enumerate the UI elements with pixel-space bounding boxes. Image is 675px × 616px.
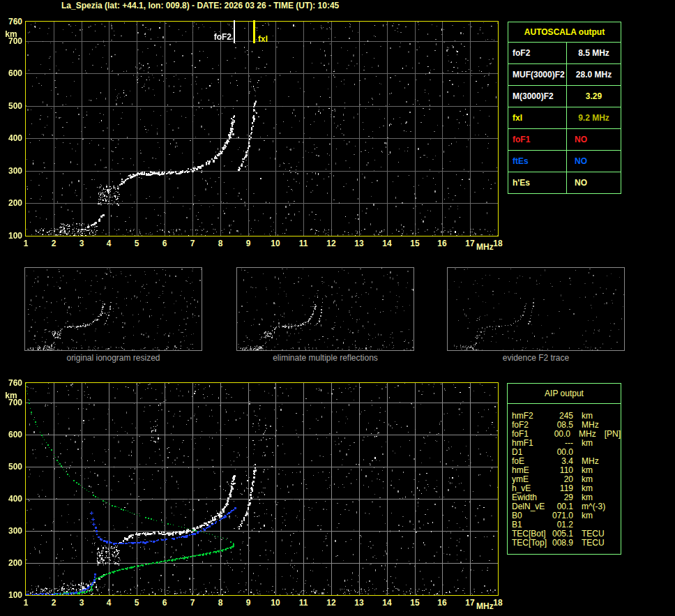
y-tick-label: 300 xyxy=(0,527,22,535)
y-axis-unit-label: km xyxy=(3,391,20,400)
y-axis-unit-label: km xyxy=(3,30,20,38)
aip-row: TEC[Top]008.9TECU xyxy=(512,539,621,548)
aip-table-rows: hmF2245kmfoF208.5MHzfoF100.0MHz[PN]hmF1-… xyxy=(508,404,621,554)
thumbnail-caption-original: original ionogram resized xyxy=(24,353,202,363)
y-tick-label: 760 xyxy=(0,17,22,26)
aip-row-label: TEC[Top] xyxy=(512,539,548,548)
x-tick-label: 10 xyxy=(267,239,284,248)
y-tick-label: 500 xyxy=(0,102,22,110)
x-tick-label: 9 xyxy=(240,239,257,248)
autoscala-row-value: NO xyxy=(567,129,621,150)
autoscala-row: h'EsNO xyxy=(508,172,621,193)
autoscala-row-value: 28.0 MHz xyxy=(567,64,621,85)
x-tick-label: 2 xyxy=(45,599,62,607)
top-ionogram-canvas xyxy=(26,22,498,236)
autoscala-row-label: h'Es xyxy=(508,172,567,193)
x-tick-label: 11 xyxy=(295,239,312,248)
autoscala-row-value: 9.2 MHz xyxy=(567,107,621,128)
x-tick-label: 14 xyxy=(379,599,395,607)
autoscala-row: MUF(3000)F228.0 MHz xyxy=(508,64,621,86)
x-tick-label: 16 xyxy=(434,239,450,248)
autoscala-row-label: foF1 xyxy=(508,129,567,150)
x-tick-label: 6 xyxy=(156,599,173,607)
x-tick-label: 8 xyxy=(212,599,229,607)
thumbnail-eliminate-canvas xyxy=(237,268,414,350)
fxI-marker-line xyxy=(253,20,255,43)
aip-output-table: AIP output hmF2245kmfoF208.5MHzfoF100.0M… xyxy=(507,383,621,555)
thumbnail-evidence-canvas xyxy=(448,268,624,350)
y-tick-label: 760 xyxy=(0,379,22,387)
aip-row-unit: km xyxy=(582,511,593,520)
autoscala-row-value: 3.29 xyxy=(567,86,621,107)
foF2-marker-line xyxy=(234,20,235,43)
y-tick-label: 600 xyxy=(0,430,22,439)
autoscala-output-table: AUTOSCALA output foF28.5 MHzMUF(3000)F22… xyxy=(508,22,621,194)
x-tick-label: 3 xyxy=(73,599,90,607)
x-tick-label: 14 xyxy=(379,239,395,248)
y-tick-label: 400 xyxy=(0,134,22,142)
autoscala-row: M(3000)F23.29 xyxy=(508,86,621,107)
autoscala-table-rows: foF28.5 MHzMUF(3000)F228.0 MHzM(3000)F23… xyxy=(508,43,621,193)
x-tick-label: 8 xyxy=(212,239,229,248)
x-tick-label: 13 xyxy=(351,239,367,248)
page-title: La_Spezia (lat: +44.1, lon: 009.8) - DAT… xyxy=(61,1,339,10)
thumbnail-original-canvas xyxy=(25,268,202,350)
autoscala-row: ftEsNO xyxy=(508,151,621,172)
autoscala-row-value: NO xyxy=(567,151,621,172)
x-tick-label: 4 xyxy=(100,599,117,607)
x-tick-label: 1 xyxy=(17,239,34,248)
x-tick-label: 15 xyxy=(407,599,423,607)
autoscala-row-label: fxI xyxy=(508,107,567,128)
y-tick-label: 200 xyxy=(0,559,22,567)
x-tick-label: 15 xyxy=(407,239,423,248)
x-tick-label: 2 xyxy=(45,239,62,248)
autoscala-row: foF28.5 MHz xyxy=(508,43,621,64)
x-tick-label: 1 xyxy=(17,599,34,607)
y-tick-label: 500 xyxy=(0,463,22,471)
x-axis-unit-label: MHz xyxy=(476,602,494,610)
autoscala-row-label: MUF(3000)F2 xyxy=(508,64,567,85)
autoscala-row-value: NO xyxy=(567,172,621,193)
thumbnail-original-ionogram xyxy=(24,267,202,351)
profile-ionogram-canvas xyxy=(26,383,498,595)
thumbnail-caption-evidence: evidence F2 trace xyxy=(447,353,625,363)
x-tick-label: 4 xyxy=(100,239,117,248)
x-tick-label: 10 xyxy=(267,599,284,607)
x-tick-label: 7 xyxy=(184,599,201,607)
aip-row-extra: [PN] xyxy=(605,430,621,439)
x-tick-label: 12 xyxy=(323,599,340,607)
aip-table-header: AIP output xyxy=(508,384,621,404)
autoscala-table-header: AUTOSCALA output xyxy=(508,22,621,43)
x-tick-label: 3 xyxy=(73,239,90,248)
autoscala-output-screen: La_Spezia (lat: +44.1, lon: 009.8) - DAT… xyxy=(0,0,675,616)
autoscala-row: foF1NO xyxy=(508,129,621,151)
foF2-marker-label: foF2 xyxy=(197,33,232,41)
x-tick-label: 12 xyxy=(323,239,340,248)
autoscala-row: fxI9.2 MHz xyxy=(508,107,621,129)
profile-ionogram-plot xyxy=(25,382,499,596)
y-tick-label: 200 xyxy=(0,199,22,207)
autoscala-row-label: ftEs xyxy=(508,151,567,172)
top-ionogram-plot xyxy=(25,21,499,236)
x-axis-unit-label: MHz xyxy=(476,243,494,251)
aip-row-unit: TECU xyxy=(582,539,605,548)
autoscala-row-label: M(3000)F2 xyxy=(508,86,567,107)
x-tick-label: 16 xyxy=(434,599,450,607)
x-tick-label: 11 xyxy=(295,599,312,607)
aip-row-unit: km xyxy=(582,439,593,448)
x-tick-label: 5 xyxy=(128,599,145,607)
y-tick-label: 400 xyxy=(0,495,22,503)
y-tick-label: 600 xyxy=(0,69,22,77)
aip-row-value: 008.9 xyxy=(548,539,573,548)
x-tick-label: 9 xyxy=(240,599,257,607)
x-tick-label: 5 xyxy=(128,239,145,248)
thumbnail-evidence-f2-trace xyxy=(447,267,625,351)
autoscala-row-label: foF2 xyxy=(508,43,567,63)
x-tick-label: 7 xyxy=(184,239,201,248)
thumbnail-eliminate-reflections xyxy=(236,267,414,351)
thumbnail-caption-eliminate: eliminate multiple reflections xyxy=(236,353,414,363)
fxI-marker-label: fxI xyxy=(258,35,268,43)
autoscala-row-value: 8.5 MHz xyxy=(567,43,621,63)
y-tick-label: 300 xyxy=(0,167,22,175)
x-tick-label: 13 xyxy=(351,599,367,607)
